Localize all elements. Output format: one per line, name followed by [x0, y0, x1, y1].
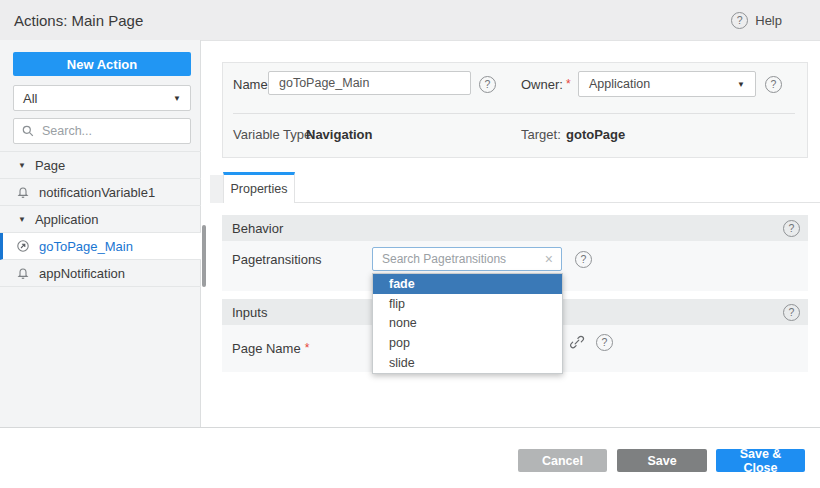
triangle-down-icon: ▼ [18, 161, 26, 170]
tree-item-appnotification[interactable]: appNotification [0, 260, 201, 287]
variable-type-value: Navigation [306, 121, 372, 147]
action-tree: ▼ Page notificationVariable1 ▼ Applicati… [0, 151, 201, 287]
tree-group-label: Page [35, 158, 65, 173]
pagetransitions-help-icon[interactable]: ? [575, 251, 592, 268]
dropdown-option-pop[interactable]: pop [373, 333, 562, 353]
behavior-section-header: Behavior ? [222, 215, 808, 241]
pagetransitions-dropdown: fade flip none pop slide [372, 273, 563, 374]
bell-icon [16, 266, 30, 280]
owner-help-icon[interactable]: ? [765, 76, 782, 93]
name-input[interactable] [268, 71, 471, 95]
search-icon [22, 125, 34, 137]
tab-strip-stub [210, 175, 223, 203]
pagetransitions-label: Pagetransitions [232, 246, 322, 272]
goto-circle-icon [16, 239, 30, 253]
target-value: gotoPage [566, 121, 625, 147]
triangle-down-icon: ▼ [18, 215, 26, 224]
page-name-label: Page Name * [232, 335, 309, 361]
tab-properties[interactable]: Properties [223, 172, 295, 203]
new-action-button[interactable]: New Action [13, 52, 191, 76]
inputs-section-title: Inputs [232, 305, 267, 320]
inputs-help-icon[interactable]: ? [783, 304, 800, 321]
panel-divider [233, 113, 795, 114]
target-label: Target: [521, 121, 561, 147]
variable-type-label: Variable Type: [233, 121, 315, 147]
page-title: Actions: Main Page [14, 12, 143, 29]
help-icon: ? [731, 12, 748, 29]
tree-group-page[interactable]: ▼ Page [0, 152, 201, 179]
sidebar-search-box [13, 118, 191, 144]
action-detail-panel: Name: * ? Owner: * Application ▼ ? Varia… [222, 62, 808, 158]
dropdown-option-slide[interactable]: slide [373, 353, 562, 373]
page-name-help-icon[interactable]: ? [596, 334, 613, 351]
link-icon[interactable] [569, 334, 585, 350]
filter-select[interactable]: All ▼ [13, 85, 191, 111]
name-help-icon[interactable]: ? [479, 76, 496, 93]
tree-group-application[interactable]: ▼ Application [0, 206, 201, 233]
save-button[interactable]: Save [617, 449, 707, 472]
app-window: Actions: Main Page ? Help New Action All… [0, 0, 820, 488]
cancel-button[interactable]: Cancel [518, 449, 607, 472]
owner-label: Owner: * [521, 71, 571, 97]
dropdown-option-flip[interactable]: flip [373, 294, 562, 314]
tree-item-gotopage-main[interactable]: goToPage_Main [0, 233, 201, 260]
sidebar-scrollbar-thumb[interactable] [202, 225, 206, 287]
tree-item-label: appNotification [39, 266, 125, 281]
sidebar-search-input[interactable] [40, 123, 174, 139]
save-and-close-button[interactable]: Save & Close [716, 449, 805, 472]
required-marker: * [566, 77, 571, 91]
behavior-section-title: Behavior [232, 221, 283, 236]
owner-select-value: Application [589, 77, 650, 91]
caret-down-icon: ▼ [173, 94, 181, 103]
tree-item-notificationvariable1[interactable]: notificationVariable1 [0, 179, 201, 206]
required-marker: * [305, 341, 310, 355]
tree-item-label: notificationVariable1 [39, 185, 155, 200]
pagetransitions-combobox: × [372, 247, 562, 271]
behavior-help-icon[interactable]: ? [783, 220, 800, 237]
help-label: Help [755, 13, 782, 28]
pagetransitions-search-input[interactable] [373, 252, 543, 266]
bell-icon [16, 185, 30, 199]
page-header: Actions: Main Page ? Help [0, 0, 820, 41]
tab-bar: Properties [210, 172, 820, 203]
dropdown-option-fade[interactable]: fade [373, 274, 562, 294]
caret-down-icon: ▼ [737, 80, 745, 89]
sidebar: New Action All ▼ ▼ Page notificationVari… [0, 40, 201, 427]
filter-select-value: All [23, 91, 37, 106]
help-button[interactable]: ? Help [731, 0, 782, 40]
clear-icon[interactable]: × [543, 252, 561, 266]
footer-divider [0, 427, 820, 428]
tree-item-label: goToPage_Main [39, 239, 133, 254]
tree-group-label: Application [35, 212, 99, 227]
owner-select[interactable]: Application ▼ [578, 71, 756, 97]
dropdown-option-none[interactable]: none [373, 314, 562, 334]
